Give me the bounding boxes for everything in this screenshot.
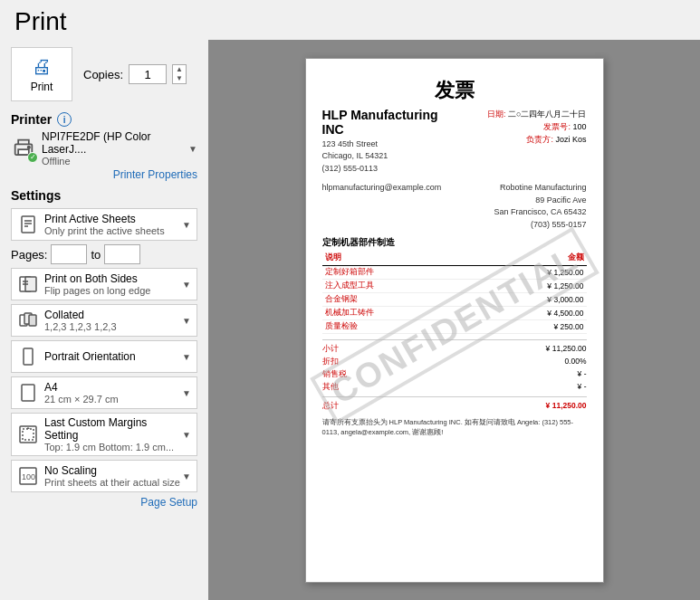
svg-point-2 <box>28 147 30 148</box>
print-button-label: Print <box>31 81 53 93</box>
printer-icon-wrap: ✓ <box>11 136 36 161</box>
svg-marker-18 <box>26 427 30 429</box>
pages-row: Pages: to <box>11 244 197 264</box>
col-header-amount: 金额 <box>471 251 586 266</box>
section-subtitle: 定制机器部件制造 <box>322 236 587 249</box>
scaling-icon: 100 <box>15 463 41 489</box>
copies-input[interactable] <box>129 64 167 84</box>
meta-agent-value: Jozi Kos <box>555 135 586 144</box>
address-phone: (312) 555-0113 <box>322 163 455 176</box>
invoice-title-cn: 发票 <box>322 77 587 104</box>
address-line2: Chicago, IL 54321 <box>322 150 455 163</box>
tax-label: 销售税 <box>322 369 347 380</box>
setting-margins-arrow[interactable]: ▼ <box>180 430 193 440</box>
table-row: 机械加工铸件 ¥ 4,500.00 <box>322 307 587 320</box>
meta-date-value: 二○二四年八月二十日 <box>508 110 586 119</box>
page-title: Print <box>0 0 700 40</box>
setting-both-sides-sub: Flip pages on long edge <box>44 285 180 296</box>
printer-status: Offline <box>42 156 183 167</box>
setting-active-sheets-arrow[interactable]: ▼ <box>180 220 193 230</box>
grand-total-row: 总计 ¥ 11,250.00 <box>322 400 587 413</box>
settings-section-title: Settings <box>11 188 197 203</box>
online-badge: ✓ <box>27 152 38 163</box>
table-cell-amount: ¥ 4,500.00 <box>471 307 586 320</box>
shipping-value: ¥ - <box>578 382 587 393</box>
grand-total-label: 总计 <box>322 401 339 412</box>
setting-active-sheets-main: Print Active Sheets <box>44 213 180 225</box>
discount-row: 折扣 0.00% <box>322 356 587 368</box>
subtotal-row: 小计 ¥ 11,250.00 <box>322 343 587 356</box>
email-block: hlpmanufacturing@example.com <box>322 182 442 231</box>
margins-icon <box>15 422 41 447</box>
address-block: 123 45th Street Chicago, IL 54321 (312) … <box>322 138 455 176</box>
setting-paper-size-text: A4 21 cm × 29.7 cm <box>44 381 180 405</box>
left-panel: 🖨 Print Copies: ▲ ▼ Printer i <box>0 40 208 600</box>
copies-up[interactable]: ▲ <box>173 65 186 74</box>
setting-paper-size-arrow[interactable]: ▼ <box>180 388 193 398</box>
svg-rect-17 <box>23 429 34 440</box>
setting-scaling-arrow[interactable]: ▼ <box>180 471 193 481</box>
bill-to-addr2: San Francisco, CA 65432 <box>494 206 586 219</box>
table-cell-desc: 合金钢架 <box>322 293 472 307</box>
meta-date-label: 日期: <box>487 110 506 119</box>
meta-invoice-row: 发票号: 100 <box>455 120 587 133</box>
setting-orientation[interactable]: Portrait Orientation ▼ <box>11 340 197 373</box>
setting-print-active-sheets[interactable]: Print Active Sheets Only print the activ… <box>11 208 197 241</box>
copies-down[interactable]: ▼ <box>173 74 186 83</box>
tax-value: ¥ - <box>578 369 587 380</box>
setting-scaling-sub: Print sheets at their actual size <box>44 477 180 488</box>
printer-icon: 🖨 <box>32 55 52 79</box>
svg-rect-14 <box>24 348 33 365</box>
setting-paper-size[interactable]: A4 21 cm × 29.7 cm ▼ <box>11 376 197 409</box>
sheets-icon <box>15 212 41 237</box>
svg-rect-3 <box>22 216 34 233</box>
right-panel: CONFIDENTIAL 发票 HLP Manufacturing INC 12… <box>208 40 700 600</box>
collated-icon <box>15 308 41 333</box>
printer-properties-link[interactable]: Printer Properties <box>11 168 197 181</box>
meta-agent-label: 负责方: <box>526 135 553 144</box>
table-cell-amount: ¥ 3,000.00 <box>471 293 586 307</box>
setting-both-sides-arrow[interactable]: ▼ <box>180 280 193 290</box>
pages-from-input[interactable] <box>51 244 87 264</box>
page-setup-link[interactable]: Page Setup <box>11 496 197 509</box>
bill-to-block: Robotine Manufacturing 89 Pacific Ave Sa… <box>494 182 586 231</box>
setting-orientation-arrow[interactable]: ▼ <box>180 352 193 362</box>
table-cell-desc: 质量检验 <box>322 320 472 334</box>
setting-collated[interactable]: Collated 1,2,3 1,2,3 1,2,3 ▼ <box>11 304 197 337</box>
setting-collated-text: Collated 1,2,3 1,2,3 1,2,3 <box>44 309 180 332</box>
copies-label: Copies: <box>83 68 123 81</box>
table-row: 注入成型工具 ¥ 1,250.00 <box>322 280 587 293</box>
setting-both-sides-main: Print on Both Sides <box>44 272 180 285</box>
printer-dropdown-arrow[interactable]: ▼ <box>188 144 197 154</box>
table-cell-desc: 机械加工铸件 <box>322 307 472 320</box>
printer-info: NPI7FE2DF (HP Color LaserJ.... Offline <box>42 130 183 167</box>
header-meta: HLP Manufacturing INC 123 45th Street Ch… <box>322 108 587 176</box>
tax-row: 销售税 ¥ - <box>322 368 587 381</box>
setting-paper-size-main: A4 <box>44 381 180 394</box>
setting-both-sides[interactable]: Print on Both Sides Flip pages on long e… <box>11 268 197 300</box>
pages-label: Pages: <box>11 248 47 262</box>
setting-scaling[interactable]: 100 No Scaling Print sheets at their act… <box>11 460 197 492</box>
printer-name: NPI7FE2DF (HP Color LaserJ.... <box>42 130 183 156</box>
setting-margins-text: Last Custom Margins Setting Top: 1.9 cm … <box>44 416 180 452</box>
setting-orientation-text: Portrait Orientation <box>44 350 180 363</box>
grand-total-value: ¥ 11,250.00 <box>546 401 587 412</box>
setting-both-sides-text: Print on Both Sides Flip pages on long e… <box>44 272 180 296</box>
subtotal-label: 小计 <box>322 344 339 355</box>
email-billto-row: hlpmanufacturing@example.com Robotine Ma… <box>322 182 587 231</box>
pages-to-input[interactable] <box>104 244 140 264</box>
setting-orientation-main: Portrait Orientation <box>44 350 180 363</box>
setting-collated-arrow[interactable]: ▼ <box>180 316 193 326</box>
table-cell-desc: 注入成型工具 <box>322 280 472 293</box>
setting-margins[interactable]: Last Custom Margins Setting Top: 1.9 cm … <box>11 413 197 456</box>
shipping-label: 其他 <box>322 382 339 393</box>
print-button-area: 🖨 Print Copies: ▲ ▼ <box>11 47 197 101</box>
table-cell-amount: ¥ 250.00 <box>471 320 586 334</box>
copies-spinner[interactable]: ▲ ▼ <box>172 64 187 84</box>
right-meta: 日期: 二○二四年八月二十日 发票号: 100 负责方: Jozi Kos <box>455 108 587 176</box>
info-icon[interactable]: i <box>57 112 72 127</box>
meta-invoice-label: 发票号: <box>543 122 571 131</box>
setting-scaling-main: No Scaling <box>44 464 180 477</box>
svg-text:100: 100 <box>22 472 35 481</box>
print-button[interactable]: 🖨 Print <box>11 47 72 101</box>
